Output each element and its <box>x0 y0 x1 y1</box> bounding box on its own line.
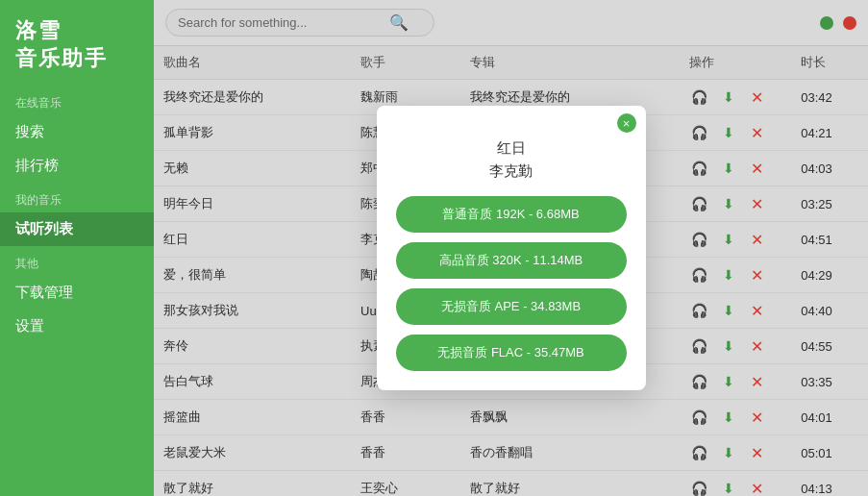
sidebar-item-chart[interactable]: 排行榜 <box>0 149 154 183</box>
sidebar-item-search[interactable]: 搜索 <box>0 115 154 149</box>
modal-close-button[interactable]: × <box>617 113 636 133</box>
app-logo: 洛雪 音乐助手 <box>0 0 154 86</box>
modal-song-title: 红日 <box>377 136 646 160</box>
modal-option-1[interactable]: 高品音质 320K - 11.14MB <box>396 242 627 279</box>
sidebar: 洛雪 音乐助手 在线音乐 搜索 排行榜 我的音乐 试听列表 其他 下载管理 设置 <box>0 0 154 496</box>
section-other: 其他 <box>0 246 154 276</box>
modal-option-0[interactable]: 普通音质 192K - 6.68MB <box>396 196 627 233</box>
modal-option-2[interactable]: 无损音质 APE - 34.83MB <box>396 288 627 325</box>
section-my-music: 我的音乐 <box>0 183 154 212</box>
modal-options: 普通音质 192K - 6.68MB高品音质 320K - 11.14MB无损音… <box>377 196 646 390</box>
quality-modal: × 红日 李克勤 普通音质 192K - 6.68MB高品音质 320K - 1… <box>377 106 646 390</box>
modal-song-artist: 李克勤 <box>377 160 646 183</box>
sidebar-item-settings[interactable]: 设置 <box>0 310 154 343</box>
main-content: 🔍 歌曲名 歌手 专辑 操作 时长 我终究还是爱你的 魏新雨 我终究还是爱你的 <box>154 0 868 496</box>
sidebar-item-download[interactable]: 下载管理 <box>0 276 154 310</box>
modal-overlay: × 红日 李克勤 普通音质 192K - 6.68MB高品音质 320K - 1… <box>154 0 868 496</box>
section-online-music: 在线音乐 <box>0 86 154 115</box>
modal-header: × <box>377 106 646 133</box>
modal-option-3[interactable]: 无损音质 FLAC - 35.47MB <box>396 335 627 371</box>
sidebar-item-trial[interactable]: 试听列表 <box>0 212 154 246</box>
modal-title: 红日 李克勤 <box>377 133 646 196</box>
